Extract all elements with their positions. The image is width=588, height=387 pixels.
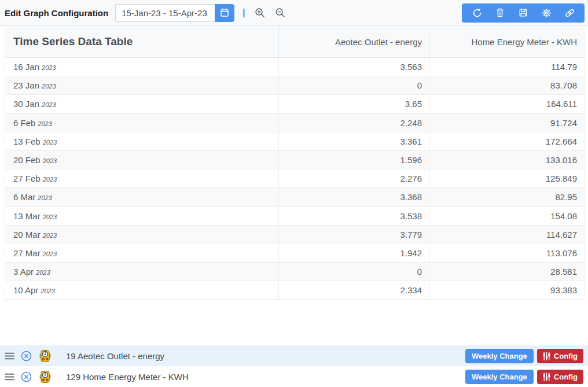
- remove-device-button[interactable]: [21, 371, 32, 382]
- home-energy-value-cell: 93.383: [429, 281, 584, 299]
- row-year: 2023: [43, 212, 57, 220]
- row-date: 27 Mar: [13, 248, 41, 258]
- aeotec-value-cell: 2.334: [278, 281, 429, 299]
- row-year: 2023: [43, 156, 57, 164]
- link-button[interactable]: [558, 3, 581, 23]
- row-date: 20 Feb: [13, 155, 41, 165]
- table-header-row: Time Series Data Table Aeotec Outlet - e…: [5, 26, 584, 58]
- config-button[interactable]: Config: [537, 349, 583, 363]
- settings-button[interactable]: [535, 3, 558, 23]
- row-date: 6 Feb: [13, 118, 35, 128]
- home-energy-value-cell: 164.611: [429, 95, 584, 113]
- device-label: 129 Home Energy Meter - KWH: [66, 372, 189, 382]
- weekly-change-button[interactable]: Weekly Change: [465, 370, 534, 384]
- drag-handle-icon[interactable]: [5, 373, 14, 381]
- table-row: 13 Mar 2023 3.538 154.08: [5, 207, 584, 226]
- row-year: 2023: [42, 62, 56, 71]
- row-date: 3 Apr: [13, 267, 34, 277]
- row-date: 10 Apr: [13, 285, 38, 295]
- row-date: 30 Jan: [13, 99, 39, 109]
- drag-handle-icon[interactable]: [5, 352, 14, 360]
- row-date-cell: 20 Feb 2023: [5, 151, 278, 169]
- separator: |: [242, 7, 245, 19]
- table-row: 23 Jan 2023 0 83.708: [5, 76, 584, 95]
- gear-icon: [542, 8, 552, 18]
- save-icon: [519, 8, 528, 17]
- trash-icon: [495, 8, 505, 17]
- zoom-out-icon: [275, 8, 285, 18]
- row-year: 2023: [38, 193, 52, 201]
- device-list: 19 Aeotec Outlet - energy Weekly Change: [0, 345, 588, 387]
- row-date-cell: 27 Mar 2023: [5, 244, 278, 262]
- home-energy-value-cell: 125.849: [429, 169, 584, 187]
- table-row: 20 Feb 2023 1.596 133.016: [5, 151, 584, 169]
- sliders-icon: [543, 373, 550, 381]
- circle-x-icon: [21, 351, 32, 362]
- home-energy-value-cell: 83.708: [429, 76, 584, 94]
- table-row: 27 Feb 2023 2.276 125.849: [5, 169, 584, 188]
- row-year: 2023: [36, 267, 50, 276]
- calendar-icon: [220, 8, 229, 17]
- home-energy-value-cell: 114.627: [429, 226, 584, 244]
- weekly-change-button[interactable]: Weekly Change: [465, 349, 534, 363]
- table-row: 10 Apr 2023 2.334 93.383: [5, 281, 584, 300]
- link-icon: [565, 8, 575, 18]
- aeotec-value-cell: 0: [278, 76, 429, 94]
- config-button[interactable]: Config: [537, 370, 583, 384]
- row-year: 2023: [42, 99, 56, 108]
- calendar-button[interactable]: [215, 4, 234, 22]
- zoom-out-button[interactable]: [273, 5, 288, 20]
- refresh-button[interactable]: [465, 3, 488, 23]
- aeotec-value-cell: 1.596: [278, 151, 429, 169]
- config-button-label: Config: [554, 373, 578, 381]
- row-date-cell: 27 Feb 2023: [5, 169, 278, 187]
- device-label: 19 Aeotec Outlet - energy: [66, 351, 164, 361]
- row-year: 2023: [38, 119, 52, 127]
- row-year: 2023: [43, 249, 57, 257]
- sliders-icon: [543, 352, 550, 360]
- row-year: 2023: [43, 174, 57, 183]
- aeotec-value-cell: 3.65: [278, 95, 429, 113]
- home-energy-value-cell: 82.95: [429, 188, 584, 206]
- column-header-home-energy-meter: Home Energy Meter - KWH: [429, 26, 584, 57]
- page-title: Edit Graph Configuration: [5, 8, 108, 18]
- zoom-in-icon: [255, 8, 265, 18]
- row-date: 13 Mar: [13, 211, 41, 221]
- home-energy-value-cell: 133.016: [429, 151, 584, 169]
- date-range-input[interactable]: [115, 4, 215, 22]
- time-series-table: Time Series Data Table Aeotec Outlet - e…: [5, 26, 585, 300]
- home-energy-value-cell: 91.724: [429, 114, 584, 132]
- row-date: 13 Feb: [13, 137, 41, 146]
- column-header-aeotec-outlet: Aeotec Outlet - energy: [278, 26, 429, 57]
- table-row: 30 Jan 2023 3.65 164.611: [5, 95, 584, 113]
- row-date-cell: 16 Jan 2023: [5, 58, 278, 76]
- device-row: 129 Home Energy Meter - KWH Weekly Chang…: [0, 366, 588, 387]
- delete-button[interactable]: [488, 3, 512, 23]
- row-date: 27 Feb: [13, 174, 41, 183]
- table-row: 6 Feb 2023 2.248 91.724: [5, 114, 584, 132]
- row-year: 2023: [42, 81, 56, 90]
- row-year: 2023: [43, 230, 57, 239]
- aeotec-value-cell: 3.368: [278, 188, 429, 206]
- aeotec-value-cell: 3.563: [278, 58, 429, 76]
- toolbar: Edit Graph Configuration |: [0, 0, 588, 26]
- table-row: 13 Feb 2023 3.361 172.664: [5, 132, 584, 151]
- row-date-cell: 6 Feb 2023: [5, 114, 278, 132]
- row-date-cell: 13 Feb 2023: [5, 132, 278, 150]
- row-date: 23 Jan: [13, 80, 39, 90]
- remove-device-button[interactable]: [21, 351, 32, 362]
- config-button-label: Config: [554, 352, 578, 360]
- row-date: 6 Mar: [13, 192, 35, 202]
- row-date-cell: 3 Apr 2023: [5, 263, 278, 281]
- aeotec-value-cell: 3.361: [278, 132, 429, 150]
- table-title: Time Series Data Table: [5, 26, 278, 57]
- zoom-in-button[interactable]: [252, 5, 267, 20]
- save-button[interactable]: [512, 3, 535, 23]
- table-row: 27 Mar 2023 1.942 113.076: [5, 244, 584, 263]
- row-date: 20 Mar: [13, 230, 41, 239]
- table-row: 3 Apr 2023 0 28.581: [5, 263, 584, 281]
- row-date-cell: 23 Jan 2023: [5, 76, 278, 94]
- device-row: 19 Aeotec Outlet - energy Weekly Change: [0, 345, 588, 366]
- refresh-icon: [472, 8, 482, 18]
- aeotec-value-cell: 0: [278, 263, 429, 281]
